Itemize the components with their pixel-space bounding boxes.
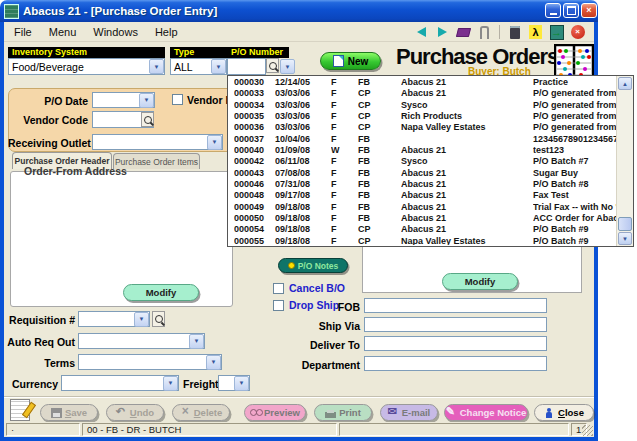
- po-cell-status: F: [331, 213, 358, 224]
- po-cell-date: 01/09/08: [275, 145, 331, 156]
- receiving-outlet-select[interactable]: ▼: [92, 134, 223, 150]
- forward-icon[interactable]: [434, 24, 451, 40]
- maximize-button[interactable]: [563, 3, 579, 18]
- minimize-button[interactable]: [545, 3, 561, 18]
- po-row[interactable]: 00004909/18/08FFBAbacus 21Trial Fax -- w…: [228, 202, 616, 213]
- fob-input[interactable]: [364, 298, 547, 313]
- deliver-to-input[interactable]: [364, 336, 547, 351]
- auto-req-out-select[interactable]: ▼: [78, 333, 205, 349]
- modify-order-from-button[interactable]: Modify: [123, 284, 199, 301]
- po-row[interactable]: 00003603/03/06FCPNapa Valley EstatesP/O …: [228, 122, 616, 133]
- po-number-search-button[interactable]: [266, 58, 279, 73]
- deliver-to-label: Deliver To: [300, 339, 360, 351]
- stop-icon[interactable]: ×: [569, 24, 586, 40]
- po-cell-type: FB: [358, 190, 401, 201]
- menu-bar: File Menu Windows Help λ → ×: [4, 22, 594, 42]
- po-cell-status: F: [331, 224, 358, 235]
- po-cell-type: FB: [358, 77, 401, 88]
- po-row[interactable]: 00004001/09/08WFBAbacus 21test123: [228, 145, 616, 156]
- terms-select[interactable]: ▼: [78, 354, 222, 370]
- po-cell-type: FB: [358, 213, 401, 224]
- po-row[interactable]: 00005509/18/08FCPNapa Valley EstatesP/O …: [228, 236, 616, 245]
- scroll-down-icon[interactable]: ▼: [618, 232, 632, 245]
- chevron-down-icon[interactable]: ▼: [206, 355, 221, 370]
- clip-icon[interactable]: [476, 24, 493, 40]
- preview-button[interactable]: Preview: [244, 404, 306, 421]
- drop-ship-checkbox[interactable]: [273, 300, 284, 311]
- fob-label: FOB: [300, 301, 360, 313]
- notepad-icon: [10, 399, 30, 421]
- chevron-down-icon[interactable]: ▼: [149, 59, 164, 74]
- po-number-input[interactable]: [227, 58, 266, 75]
- po-cell-type: CP: [358, 122, 401, 133]
- undo-button[interactable]: Undo: [106, 404, 164, 421]
- calculator-icon[interactable]: [506, 24, 523, 40]
- chevron-down-icon[interactable]: ▼: [211, 59, 226, 74]
- back-icon[interactable]: [413, 24, 430, 40]
- run-icon[interactable]: λ: [527, 24, 544, 40]
- inventory-system-select[interactable]: Food/Beverage ▼: [8, 58, 165, 75]
- button-label: Delete: [194, 407, 223, 418]
- po-row[interactable]: 00003403/03/06FCPSyscoP/O generated from…: [228, 100, 616, 111]
- po-cell-po: 000054: [234, 224, 275, 235]
- status-cell-spacer: [339, 423, 569, 436]
- po-cell-status: F: [331, 168, 358, 179]
- chevron-down-icon[interactable]: ▼: [139, 93, 154, 108]
- chevron-down-icon[interactable]: ▼: [207, 135, 222, 150]
- po-row[interactable]: 00003503/03/06FCPRich ProductsP/O genera…: [228, 111, 616, 122]
- chevron-down-icon[interactable]: ▼: [234, 376, 249, 391]
- close-button[interactable]: Close: [534, 404, 594, 421]
- po-row[interactable]: 00004307/08/08FFBAbacus 21Sugar Buy: [228, 168, 616, 179]
- po-row[interactable]: 00005009/18/08FFBAbacus 21ACC Order for …: [228, 213, 616, 224]
- po-cell-date: 10/04/06: [275, 134, 331, 145]
- chevron-down-icon[interactable]: ▼: [189, 334, 204, 349]
- menu-windows[interactable]: Windows: [93, 26, 138, 38]
- dropdown-scrollbar[interactable]: ▲ ▼: [616, 76, 633, 246]
- po-row[interactable]: 00005409/18/08FCPAbacus 21P/O Batch #9: [228, 224, 616, 235]
- print-button[interactable]: Print: [314, 404, 372, 421]
- department-input[interactable]: [364, 356, 547, 371]
- change-notice-button[interactable]: Change Notice: [444, 404, 528, 421]
- ship-via-input[interactable]: [364, 317, 547, 332]
- title-bar[interactable]: Abacus 21 - [Purchase Order Entry] ×: [0, 0, 598, 22]
- e-mail-button[interactable]: E-mail: [380, 404, 438, 421]
- po-row[interactable]: 00004809/17/08FFBAbacus 21Fax Test: [228, 190, 616, 201]
- po-cell-type: CP: [358, 236, 401, 245]
- po-cell-desc: P/O generated from E: [533, 88, 616, 99]
- requisition-select[interactable]: ▼: [78, 311, 150, 327]
- book-icon[interactable]: [455, 24, 472, 40]
- freight-select[interactable]: ▼: [218, 375, 250, 391]
- delete-button[interactable]: Delete: [172, 404, 230, 421]
- save-button[interactable]: Save: [40, 404, 98, 421]
- po-row[interactable]: 00003012/14/05FFBAbacus 21Practice: [228, 77, 616, 88]
- vendor-code-search-button[interactable]: [141, 112, 154, 127]
- vendor-checkbox[interactable]: [172, 94, 183, 105]
- po-notes-button[interactable]: P/O Notes: [278, 258, 348, 273]
- menu-help[interactable]: Help: [155, 26, 178, 38]
- po-row[interactable]: 00003710/04/06FFB12345678901234567: [228, 134, 616, 145]
- chevron-down-icon[interactable]: ▼: [163, 376, 178, 391]
- po-number-dropdown-button[interactable]: ▼: [280, 59, 295, 74]
- chevron-down-icon[interactable]: ▼: [134, 312, 149, 327]
- modify-ship-to-button[interactable]: Modify: [442, 273, 518, 290]
- po-row[interactable]: 00003303/03/06FCPAbacus 21P/O generated …: [228, 88, 616, 99]
- currency-select[interactable]: ▼: [61, 375, 179, 391]
- freight-label: Freight: [183, 378, 215, 390]
- resize-grip[interactable]: [582, 425, 593, 436]
- scrollbar-thumb[interactable]: [618, 217, 632, 231]
- exit-icon[interactable]: →: [548, 24, 565, 40]
- menu-file[interactable]: File: [14, 26, 32, 38]
- new-button[interactable]: New: [320, 52, 381, 70]
- type-select[interactable]: ALL ▼: [170, 58, 227, 75]
- close-button[interactable]: ×: [581, 3, 597, 18]
- po-cell-po: 000040: [234, 145, 275, 156]
- cancel-bo-checkbox[interactable]: [273, 283, 284, 294]
- scroll-up-icon[interactable]: ▲: [618, 77, 632, 90]
- po-row[interactable]: 00004206/11/08FFBSyscoP/O Batch #7: [228, 156, 616, 167]
- po-row[interactable]: 00004607/31/08FFBAbacus 21P/O Batch #8: [228, 179, 616, 190]
- requisition-search-button[interactable]: [152, 311, 165, 327]
- po-cell-date: 07/31/08: [275, 179, 331, 190]
- po-cell-type: FB: [358, 179, 401, 190]
- menu-menu[interactable]: Menu: [49, 26, 77, 38]
- po-date-select[interactable]: ▼: [92, 92, 155, 108]
